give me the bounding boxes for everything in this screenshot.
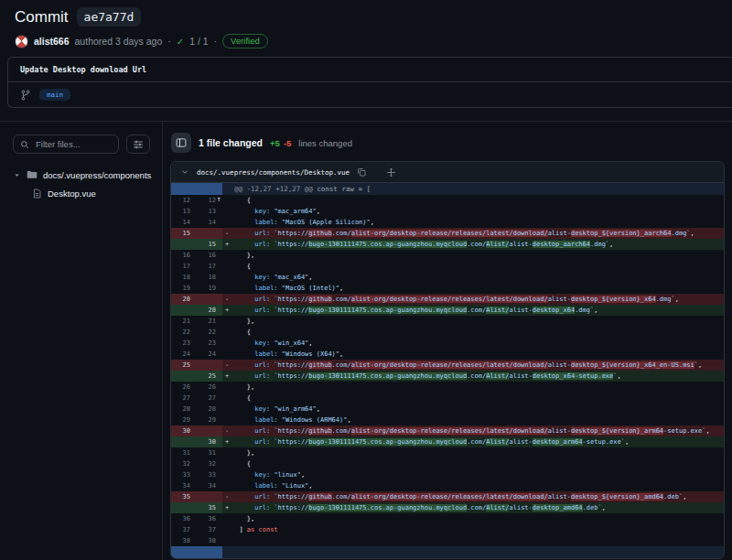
tree-folder-row[interactable]: docs/.vuepress/components (13, 166, 150, 184)
old-line-number[interactable]: 17 (171, 261, 197, 272)
old-line-number[interactable] (171, 436, 197, 447)
code-segment: `https:// (274, 307, 308, 314)
diff-marker: + (222, 436, 231, 447)
filter-options-button[interactable] (126, 135, 150, 154)
code-segment: bugo-1301111475.cos.ap-guangzhou.myqclou… (308, 372, 467, 380)
filter-files-input[interactable] (34, 138, 112, 150)
new-line-number[interactable]: 33 (197, 469, 222, 480)
code-segment: .com/ (467, 504, 486, 512)
branch-badge[interactable]: main (39, 89, 70, 101)
expand-up-button[interactable]: ↑ (171, 183, 222, 195)
code-line: label: "Windows (X64)", (231, 349, 724, 360)
sidebar-toggle-button[interactable] (171, 133, 191, 153)
diff-marker (222, 338, 231, 349)
new-line-number[interactable]: 22 (197, 327, 222, 338)
new-line-number[interactable]: 28 (197, 404, 222, 415)
checks-status[interactable]: 1 / 1 (189, 36, 208, 47)
diff-marker (222, 217, 231, 228)
code-line: key: "mac_x64", (231, 272, 724, 283)
new-line-number[interactable]: 21 (197, 316, 222, 327)
diff-row: 3333 key: "linux", (171, 469, 724, 480)
diff-row: 1717 { (171, 261, 724, 272)
new-line-number[interactable] (197, 294, 222, 305)
old-line-number[interactable]: 28 (171, 404, 197, 415)
new-line-number[interactable]: 25 (197, 371, 222, 382)
new-line-number[interactable] (197, 228, 222, 239)
old-line-number[interactable]: 26 (171, 382, 197, 393)
new-line-number[interactable]: 14 (197, 217, 222, 228)
new-line-number[interactable] (197, 360, 222, 371)
file-path[interactable]: docs/.vuepress/components/Desktop.vue (197, 168, 350, 177)
new-line-number[interactable]: 29 (197, 415, 222, 425)
old-line-number[interactable]: 16 (171, 250, 197, 261)
old-line-number[interactable]: 36 (171, 513, 197, 524)
old-line-number[interactable]: 38 (171, 535, 197, 546)
new-line-number[interactable]: 13 (197, 206, 222, 217)
verified-badge[interactable]: Verified (222, 34, 268, 48)
old-line-number[interactable] (171, 371, 197, 382)
code-segment: Alist/ (486, 438, 509, 446)
old-line-number[interactable]: 31 (171, 447, 197, 458)
expand-all-icon[interactable] (386, 167, 396, 178)
new-line-number[interactable]: 16 (197, 250, 222, 261)
old-line-number[interactable]: 30 (171, 425, 197, 436)
new-line-number[interactable]: 20 (197, 305, 222, 316)
new-line-number[interactable]: 31 (197, 447, 222, 458)
old-line-number[interactable] (171, 305, 197, 316)
new-line-number[interactable] (197, 425, 222, 436)
old-line-number[interactable]: 15 (171, 228, 197, 239)
new-line-number[interactable]: 18 (197, 272, 222, 283)
new-line-number[interactable]: 15 (197, 239, 222, 250)
old-line-number[interactable]: 24 (171, 349, 197, 360)
old-line-number[interactable]: 18 (171, 272, 197, 283)
old-line-number[interactable]: 22 (171, 327, 197, 338)
code-segment: url: (254, 438, 270, 446)
new-line-number[interactable]: 19 (197, 283, 222, 294)
code-line: key: "win_x64", (231, 338, 724, 349)
new-line-number[interactable]: 12 (197, 195, 222, 206)
old-line-number[interactable]: 19 (171, 283, 197, 294)
copy-icon[interactable] (357, 167, 366, 177)
new-line-number[interactable] (197, 491, 222, 502)
chevron-down-icon[interactable] (180, 167, 189, 177)
old-line-number[interactable]: 27 (171, 393, 197, 404)
code-segment (231, 482, 254, 490)
old-line-number[interactable] (171, 239, 197, 250)
old-line-number[interactable]: 21 (171, 316, 197, 327)
old-line-number[interactable]: 20 (171, 294, 197, 305)
old-line-number[interactable]: 23 (171, 338, 197, 349)
diff-marker: + (222, 305, 231, 316)
new-line-number[interactable]: 27 (197, 393, 222, 404)
code-segment: alist- (509, 504, 532, 512)
new-line-number[interactable]: 32 (197, 458, 222, 469)
new-line-number[interactable]: 17 (197, 261, 222, 272)
old-line-number[interactable]: 34 (171, 480, 197, 491)
new-line-number[interactable]: 37 (197, 524, 222, 535)
new-line-number[interactable]: 23 (197, 338, 222, 349)
new-line-number[interactable]: 35 (197, 502, 222, 513)
old-line-number[interactable]: 29 (171, 415, 197, 425)
author-name[interactable]: alist666 (34, 36, 70, 47)
new-line-number[interactable]: 34 (197, 480, 222, 491)
new-line-number[interactable]: 24 (197, 349, 222, 360)
new-line-number[interactable]: 36 (197, 513, 222, 524)
old-line-number[interactable]: 12 (171, 195, 197, 206)
folder-icon (27, 169, 38, 180)
old-line-number[interactable]: 25 (171, 360, 197, 371)
new-line-number[interactable]: 38 (197, 535, 222, 546)
old-line-number[interactable]: 33 (171, 469, 197, 480)
code-segment (231, 361, 254, 369)
sidebar-toggle-icon (176, 137, 187, 148)
expand-down-button[interactable]: ↓ (171, 546, 222, 558)
avatar[interactable] (15, 35, 28, 48)
old-line-number[interactable]: 35 (171, 491, 197, 502)
code-segment (231, 219, 254, 226)
old-line-number[interactable]: 14 (171, 217, 197, 228)
old-line-number[interactable]: 37 (171, 524, 197, 535)
tree-file-row[interactable]: Desktop.vue (13, 184, 150, 202)
old-line-number[interactable]: 13 (171, 206, 197, 217)
old-line-number[interactable] (171, 502, 197, 513)
new-line-number[interactable]: 30 (197, 436, 222, 447)
new-line-number[interactable]: 26 (197, 382, 222, 393)
old-line-number[interactable]: 32 (171, 458, 197, 469)
